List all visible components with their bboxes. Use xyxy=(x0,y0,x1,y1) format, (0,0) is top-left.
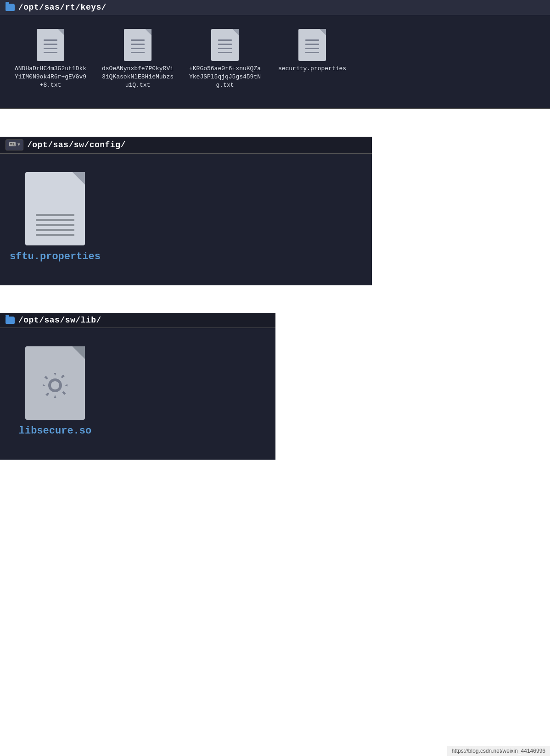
svg-rect-1 xyxy=(10,143,12,145)
decorative-line xyxy=(305,39,320,41)
list-item[interactable]: ANDHaDrHC4m3G2ut1DkkY1IM0N9ok4R6r+gEVGv9… xyxy=(9,24,92,94)
decorative-line xyxy=(218,48,232,49)
decorative-line xyxy=(36,229,75,231)
decorative-line xyxy=(36,219,75,221)
decorative-line xyxy=(44,44,58,45)
file-icon xyxy=(37,29,64,61)
list-item[interactable]: +KRGo56ae0r6+xnuKQZaYkeJSPl5qjqJ5gs459tN… xyxy=(184,24,266,94)
decorative-line xyxy=(305,44,320,45)
dropdown-arrow: ▼ xyxy=(17,142,20,147)
decorative-line xyxy=(218,39,232,41)
decorative-line xyxy=(218,44,232,45)
gear-icon xyxy=(39,369,71,401)
file-icon xyxy=(298,29,326,61)
file-name: +KRGo56ae0r6+xnuKQZaYkeJSPl5qjqJ5gs459tN… xyxy=(188,65,262,90)
list-item[interactable]: security.properties xyxy=(271,24,354,94)
file-name: dsOeANynxbfe7P0kyRVi3iQKasokNlE8HieMubzs… xyxy=(101,65,174,90)
decorative-line xyxy=(36,234,75,236)
keys-section: /opt/sas/rt/keys/ ANDHaDrHC4m3G2ut1DkkY1… xyxy=(0,0,550,109)
decorative-line xyxy=(44,52,58,53)
list-item[interactable]: libsecure.so xyxy=(14,342,96,441)
decorative-line xyxy=(44,39,58,41)
lib-files-area: libsecure.so xyxy=(0,328,275,460)
file-name: sftu.properties xyxy=(10,251,101,262)
config-path-title: /opt/sas/sw/config/ xyxy=(27,140,126,150)
image-icon xyxy=(9,141,16,149)
config-section: ▼ /opt/sas/sw/config/ sftu.properties xyxy=(0,137,372,285)
file-icon xyxy=(211,29,239,61)
file-icon-lib xyxy=(25,346,85,420)
lib-section: /opt/sas/sw/lib/ libsecure.so xyxy=(0,313,275,460)
lib-path-title: /opt/sas/sw/lib/ xyxy=(18,316,101,325)
keys-path-title: /opt/sas/rt/keys/ xyxy=(18,3,107,12)
decorative-line xyxy=(305,48,320,49)
keys-files-grid: ANDHaDrHC4m3G2ut1DkkY1IM0N9ok4R6r+gEVGv9… xyxy=(0,15,550,108)
footer-url: https://blog.csdn.net/weixin_44146996 xyxy=(447,746,550,756)
list-item[interactable]: sftu.properties xyxy=(14,167,96,267)
folder-icon xyxy=(6,4,15,11)
folder-icon xyxy=(6,317,15,324)
file-name: libsecure.so xyxy=(19,425,91,437)
decorative-line xyxy=(36,214,75,216)
file-name: security.properties xyxy=(278,65,346,73)
decorative-line xyxy=(44,48,58,49)
keys-section-header: /opt/sas/rt/keys/ xyxy=(0,0,550,15)
decorative-line xyxy=(36,224,75,226)
config-section-header: ▼ /opt/sas/sw/config/ xyxy=(0,137,372,154)
lib-section-header: /opt/sas/sw/lib/ xyxy=(0,313,275,328)
decorative-line xyxy=(131,39,145,41)
decorative-line xyxy=(305,52,320,53)
decorative-line xyxy=(131,44,145,45)
file-icon xyxy=(124,29,152,61)
decorative-line xyxy=(131,48,145,49)
decorative-line xyxy=(131,52,145,53)
list-item[interactable]: dsOeANynxbfe7P0kyRVi3iQKasokNlE8HieMubzs… xyxy=(96,24,179,94)
file-name: ANDHaDrHC4m3G2ut1DkkY1IM0N9ok4R6r+gEVGv9… xyxy=(14,65,87,90)
file-icon-large xyxy=(25,172,85,245)
config-files-area: sftu.properties xyxy=(0,154,372,285)
view-toggle-button[interactable]: ▼ xyxy=(6,139,23,150)
decorative-line xyxy=(218,52,232,53)
